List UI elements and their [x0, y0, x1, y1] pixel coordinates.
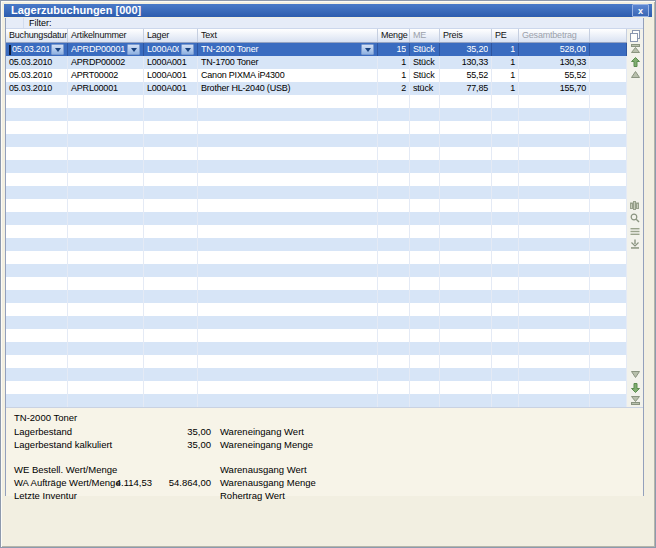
- cell-gesamtbetrag: [519, 147, 590, 160]
- table-row-empty[interactable]: [6, 160, 627, 173]
- cell-artikelnummer: [68, 264, 144, 277]
- cell-preis: [440, 251, 492, 264]
- goto-row-icon[interactable]: [627, 238, 643, 251]
- table-row-empty[interactable]: [6, 368, 627, 381]
- cell-menge: [378, 394, 410, 407]
- cell-artikelnummer: [68, 95, 144, 108]
- scroll-top-icon[interactable]: [627, 42, 643, 55]
- table-row-empty[interactable]: [6, 381, 627, 394]
- cell-artikelnummer: [68, 303, 144, 316]
- cell-preis: [440, 147, 492, 160]
- table-row[interactable]: 05.03.2010APRT00002L000A001Canon PIXMA i…: [6, 69, 627, 82]
- cell-gesamtbetrag: [519, 95, 590, 108]
- table-row-empty[interactable]: [6, 212, 627, 225]
- scroll-up-icon[interactable]: [627, 55, 643, 68]
- cell-artikelnummer: [68, 186, 144, 199]
- cell-pe: [492, 355, 519, 368]
- column-header-text[interactable]: Text: [198, 29, 378, 42]
- column-header-menge[interactable]: Menge: [378, 29, 410, 42]
- table-row-empty[interactable]: [6, 225, 627, 238]
- copy-icon[interactable]: [627, 29, 643, 42]
- table-row-empty[interactable]: [6, 251, 627, 264]
- scroll-bottom-icon[interactable]: [627, 394, 643, 407]
- cell-preis: [440, 368, 492, 381]
- cell-artikelnummer: [68, 381, 144, 394]
- table-row-empty[interactable]: [6, 329, 627, 342]
- app-window: Lagerzubuchungen [000] x Filter: Buchung…: [0, 0, 656, 548]
- table-row-empty[interactable]: [6, 316, 627, 329]
- table-row-empty[interactable]: [6, 199, 627, 212]
- table-row-empty[interactable]: [6, 173, 627, 186]
- table-row-empty[interactable]: [6, 342, 627, 355]
- cell-lager: [144, 199, 198, 212]
- cell-pe: [492, 121, 519, 134]
- cell-lager: [144, 303, 198, 316]
- summary-right-label: Warenausgang Menge: [220, 476, 316, 489]
- search-icon[interactable]: [627, 212, 643, 225]
- chevron-down-icon[interactable]: [361, 44, 374, 55]
- cell-pe: [492, 186, 519, 199]
- columns-icon[interactable]: [627, 199, 643, 212]
- cell-spacer: [590, 394, 627, 407]
- cell-lager: [144, 381, 198, 394]
- cell-pe: [492, 212, 519, 225]
- summary-row: Letzte InventurRohertrag Wert: [6, 489, 643, 502]
- table-row-empty[interactable]: [6, 394, 627, 407]
- cell-spacer: [590, 277, 627, 290]
- table-row-empty[interactable]: [6, 303, 627, 316]
- table-row-empty[interactable]: [6, 264, 627, 277]
- table-row[interactable]: 05.03.2010APRDP00001L000A001TN-2000 Tone…: [6, 43, 627, 56]
- cell-me: [410, 290, 440, 303]
- table-row[interactable]: 05.03.2010APRL00001L000A001Brother HL-20…: [6, 82, 627, 95]
- cell-me: [410, 225, 440, 238]
- close-button[interactable]: x: [632, 4, 649, 17]
- column-header-gesamtbetrag[interactable]: Gesamtbetrag: [519, 29, 590, 42]
- table-row-empty[interactable]: [6, 147, 627, 160]
- cell-spacer: [590, 43, 627, 56]
- titlebar[interactable]: Lagerzubuchungen [000] x: [4, 4, 652, 17]
- scroll-down-icon[interactable]: [627, 381, 643, 394]
- cell-gesamtbetrag: [519, 303, 590, 316]
- chevron-down-icon[interactable]: [51, 44, 64, 55]
- table-row-empty[interactable]: [6, 108, 627, 121]
- column-header-preis[interactable]: Preis: [440, 29, 492, 42]
- column-header-me[interactable]: ME: [410, 29, 440, 42]
- cell-gesamtbetrag: [519, 329, 590, 342]
- cell-spacer: [590, 329, 627, 342]
- column-header-lager[interactable]: Lager: [144, 29, 198, 42]
- summary-row: [6, 451, 643, 463]
- chevron-down-icon[interactable]: [127, 44, 140, 55]
- cell-text: [198, 199, 378, 212]
- cell-pe: [492, 381, 519, 394]
- cell-preis: [440, 394, 492, 407]
- cell-buchungsdatum: [6, 394, 68, 407]
- window-title: Lagerzubuchungen [000]: [4, 4, 141, 17]
- column-header-artikelnummer[interactable]: Artikelnummer: [68, 29, 144, 42]
- chevron-down-icon[interactable]: [181, 44, 194, 55]
- cell-spacer: [590, 303, 627, 316]
- table-row-empty[interactable]: [6, 95, 627, 108]
- list-icon[interactable]: [627, 225, 643, 238]
- cell-artikelnummer: [68, 290, 144, 303]
- table-row-empty[interactable]: [6, 186, 627, 199]
- column-header-buchungsdatum[interactable]: Buchungsdatum: [6, 29, 68, 42]
- table-row-empty[interactable]: [6, 355, 627, 368]
- row-up-icon[interactable]: [627, 68, 643, 81]
- cell-buchungsdatum: [6, 368, 68, 381]
- filter-bar[interactable]: Filter:: [6, 18, 643, 29]
- cell-gesamtbetrag: 55,52: [519, 69, 590, 82]
- table-row-empty[interactable]: [6, 121, 627, 134]
- cell-lager: [144, 108, 198, 121]
- table-row-empty[interactable]: [6, 277, 627, 290]
- cell-menge: [378, 121, 410, 134]
- summary-value-b: 54.864,00: [156, 476, 211, 489]
- table-row-empty[interactable]: [6, 134, 627, 147]
- column-header-spacer[interactable]: [590, 29, 627, 42]
- cell-gesamtbetrag: [519, 394, 590, 407]
- table-row-empty[interactable]: [6, 290, 627, 303]
- table-row-empty[interactable]: [6, 238, 627, 251]
- summary-right-label: Wareneingang Menge: [220, 438, 313, 451]
- column-header-pe[interactable]: PE: [492, 29, 519, 42]
- table-row[interactable]: 05.03.2010APRDP00002L000A001TN-1700 Tone…: [6, 56, 627, 69]
- row-down-icon[interactable]: [627, 368, 643, 381]
